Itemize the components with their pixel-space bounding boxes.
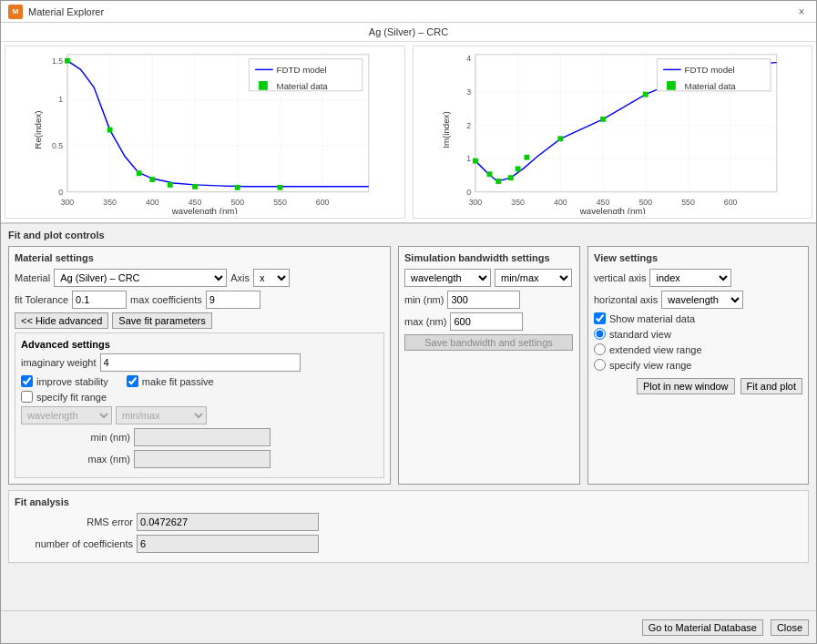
svg-text:2: 2 <box>466 121 471 130</box>
svg-rect-71 <box>642 92 648 97</box>
svg-text:4: 4 <box>466 54 471 63</box>
sim-wavelength-dropdown[interactable]: wavelength <box>404 269 491 287</box>
sim-dropdowns: wavelength min/max <box>404 269 574 287</box>
svg-rect-29 <box>192 184 198 189</box>
goto-material-db-button[interactable]: Go to Material Database <box>642 619 763 636</box>
sim-max-label: max (nm) <box>404 316 446 327</box>
specify-fit-range-checkbox[interactable] <box>21 391 33 403</box>
svg-rect-24 <box>65 58 70 64</box>
horizontal-axis-row: horizontal axis wavelength <box>594 291 802 309</box>
axis-label: Axis <box>230 272 250 283</box>
bottom-bar: Go to Material Database Close <box>1 610 816 643</box>
improve-stability-label: improve stability <box>36 376 108 387</box>
fit-controls-title: Fit and plot controls <box>8 230 809 240</box>
save-fit-button[interactable]: Save fit parameters <box>112 312 211 329</box>
num-coeff-value <box>137 535 319 553</box>
specify-view-radio[interactable] <box>594 359 606 371</box>
make-fit-passive-label: make fit passive <box>142 376 214 387</box>
save-bandwidth-button[interactable]: Save bandwidth and settings <box>404 334 573 351</box>
svg-rect-64 <box>486 171 492 177</box>
make-fit-passive-checkbox[interactable] <box>127 375 138 387</box>
svg-text:Material data: Material data <box>277 81 329 91</box>
material-row: Material Ag (Silver) – CRC Axis x <box>15 269 384 287</box>
fit-max-label: max (nm) <box>21 454 130 465</box>
fit-tolerance-label: fit Tolerance <box>15 294 68 305</box>
panels-row: Material settings Material Ag (Silver) –… <box>8 246 809 485</box>
fit-min-row: min (nm) <box>21 428 378 446</box>
svg-rect-63 <box>473 158 478 164</box>
material-dropdown[interactable]: Ag (Silver) – CRC <box>54 269 227 287</box>
specify-view-label: specify view range <box>609 360 692 371</box>
svg-rect-28 <box>168 182 173 188</box>
plots-area: 300 350 400 450 500 550 600 0 0.5 1 1.5 … <box>1 42 816 224</box>
svg-text:300: 300 <box>468 198 482 207</box>
close-button[interactable]: Close <box>771 619 809 636</box>
svg-text:0: 0 <box>466 188 471 197</box>
svg-text:FDTD model: FDTD model <box>277 65 327 75</box>
window-subtitle: Ag (Silver) – CRC <box>1 23 816 42</box>
svg-text:350: 350 <box>511 198 525 207</box>
view-settings-title: View settings <box>594 252 802 263</box>
num-coeff-row: number of coefficients <box>15 535 802 553</box>
extended-view-radio[interactable] <box>594 343 606 355</box>
material-settings-title: Material settings <box>15 252 384 263</box>
max-coeff-input[interactable] <box>206 291 260 309</box>
fit-min-label: min (nm) <box>21 432 130 443</box>
svg-rect-26 <box>137 170 142 176</box>
right-plot-svg: 300 350 400 450 500 550 600 0 1 2 3 4 Im… <box>417 50 809 214</box>
rms-label: RMS error <box>15 516 133 527</box>
fit-min-input[interactable] <box>134 428 271 446</box>
vertical-axis-dropdown[interactable]: index <box>649 269 731 287</box>
fit-and-plot-button[interactable]: Fit and plot <box>740 378 802 394</box>
plot-buttons-row: Plot in new window Fit and plot <box>594 378 802 394</box>
sim-min-input[interactable] <box>447 291 520 309</box>
horizontal-axis-label: horizontal axis <box>594 294 658 305</box>
fit-max-row: max (nm) <box>21 450 378 468</box>
hide-advanced-button[interactable]: << Hide advanced <box>15 312 108 329</box>
svg-text:300: 300 <box>61 198 75 207</box>
svg-text:Re(index): Re(index) <box>33 110 43 148</box>
improve-stability-checkbox[interactable] <box>21 375 33 387</box>
svg-text:400: 400 <box>146 198 159 207</box>
show-material-label: Show material data <box>609 313 695 324</box>
specify-view-row: specify view range <box>594 359 802 371</box>
standard-view-label: standard view <box>609 329 671 340</box>
standard-view-radio[interactable] <box>594 328 606 340</box>
svg-text:600: 600 <box>316 198 330 207</box>
right-plot: 300 350 400 450 500 550 600 0 1 2 3 4 Im… <box>413 46 813 219</box>
fit-tolerance-row: fit Tolerance max coefficients <box>15 291 384 309</box>
imaginary-weight-input[interactable] <box>100 353 301 372</box>
material-settings-panel: Material settings Material Ag (Silver) –… <box>8 246 391 485</box>
left-plot-svg: 300 350 400 450 500 550 600 0 0.5 1 1.5 … <box>9 50 401 214</box>
fit-minmax-dropdown[interactable]: min/max <box>116 406 207 424</box>
plot-new-window-button[interactable]: Plot in new window <box>637 378 735 394</box>
svg-rect-68 <box>524 155 529 160</box>
sim-max-input[interactable] <box>450 312 523 331</box>
make-fit-passive-row: make fit passive <box>127 375 214 387</box>
svg-text:350: 350 <box>103 198 117 207</box>
svg-rect-76 <box>667 81 676 90</box>
svg-text:1: 1 <box>466 154 471 163</box>
fit-max-input[interactable] <box>134 450 271 468</box>
svg-text:550: 550 <box>273 198 287 207</box>
improve-stability-row: improve stability <box>21 375 108 387</box>
fit-wavelength-dropdown[interactable]: wavelength <box>21 406 112 424</box>
sim-minmax-dropdown[interactable]: min/max <box>495 269 572 287</box>
simulation-bandwidth-panel: Simulation bandwidth settings wavelength… <box>398 246 580 485</box>
vertical-axis-row: vertical axis index <box>594 269 802 287</box>
specify-fit-range-row: specify fit range <box>21 391 378 403</box>
extended-view-row: extended view range <box>594 343 802 355</box>
horizontal-axis-dropdown[interactable]: wavelength <box>661 291 743 309</box>
axis-dropdown[interactable]: x <box>253 269 290 287</box>
sim-min-label: min (nm) <box>404 294 444 305</box>
svg-text:600: 600 <box>723 198 737 207</box>
svg-text:3: 3 <box>466 87 471 97</box>
title-bar: M Material Explorer × <box>1 1 816 23</box>
matlab-logo: M <box>8 5 23 19</box>
close-icon[interactable]: × <box>794 5 809 19</box>
show-material-checkbox[interactable] <box>594 312 606 324</box>
svg-rect-67 <box>515 166 520 171</box>
fit-tolerance-input[interactable] <box>72 291 127 309</box>
svg-text:550: 550 <box>681 198 695 207</box>
fit-analysis: Fit analysis RMS error number of coeffic… <box>8 490 809 563</box>
